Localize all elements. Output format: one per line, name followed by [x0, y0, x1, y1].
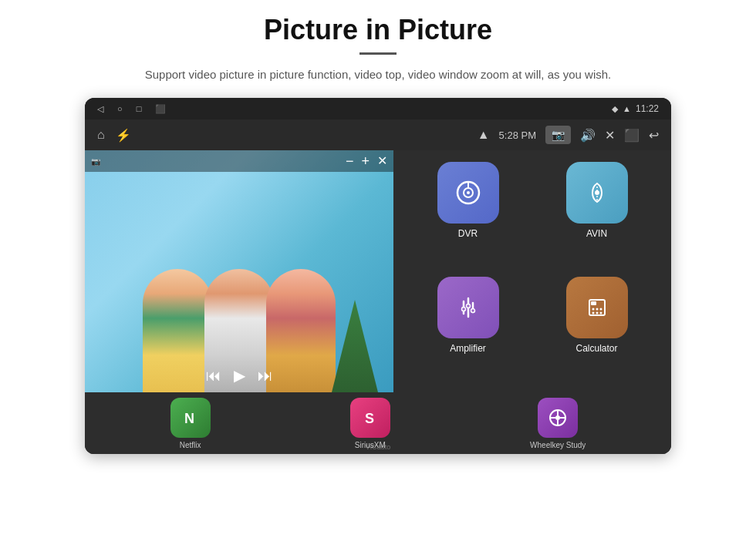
page-subtitle: Support video picture in picture functio…	[145, 66, 611, 84]
next-btn[interactable]: ⏭	[258, 367, 273, 385]
pip-video: 📷 − + ✕	[85, 150, 393, 392]
page-wrapper: Picture in Picture Support video picture…	[0, 0, 756, 538]
usb-icon[interactable]: ⚡	[116, 128, 131, 143]
status-time: 11:22	[636, 103, 659, 114]
dvr-label: DVR	[458, 228, 478, 239]
pip-icon[interactable]: ⬛	[624, 128, 640, 143]
recent-nav-icon[interactable]: □	[137, 104, 142, 113]
wifi-icon: ▲	[623, 104, 631, 113]
wheelkey-svg	[547, 407, 569, 429]
netflix-icon-bg: N	[170, 398, 211, 438]
pip-playback: ⏮ ▶ ⏭	[206, 366, 273, 385]
back-toolbar-icon[interactable]: ↩	[649, 128, 659, 143]
avin-svg	[583, 179, 611, 207]
location-icon: ◆	[612, 104, 618, 114]
calculator-label: Calculator	[575, 343, 617, 354]
netflix-label: Netflix	[180, 441, 201, 449]
app-dvr[interactable]: DVR	[409, 162, 527, 266]
svg-point-17	[592, 308, 594, 311]
pip-minus-btn[interactable]: −	[346, 154, 354, 168]
video-overlay-top: 📷 − + ✕	[85, 150, 393, 172]
volume-icon[interactable]: 🔊	[580, 128, 596, 143]
calculator-icon-bg	[566, 277, 628, 338]
sirius-svg: S	[359, 407, 381, 429]
netflix-svg: N	[180, 407, 201, 429]
camera-button[interactable]: 📷	[545, 126, 571, 144]
svg-rect-16	[591, 301, 596, 305]
svg-point-2	[467, 191, 470, 194]
svg-point-18	[596, 308, 598, 311]
app-calculator[interactable]: Calculator	[538, 277, 656, 381]
dvr-icon-bg	[437, 162, 499, 224]
pip-container[interactable]: 📷 − + ✕	[85, 150, 393, 392]
calculator-svg	[583, 294, 611, 321]
main-content: 📷 − + ✕	[85, 150, 671, 454]
toolbar-time: 5:28 PM	[499, 129, 536, 141]
person-1	[143, 269, 212, 392]
device-frame: ◁ ○ □ ⬛ ◆ ▲ 11:22 ⌂ ⚡ ▲ 5:28 PM 📷 🔊	[85, 98, 671, 454]
title-divider	[359, 52, 397, 55]
svg-point-26	[555, 415, 560, 420]
wifi-toolbar-icon: ▲	[478, 128, 490, 142]
page-title: Picture in Picture	[264, 14, 492, 46]
status-bar-nav: ◁ ○ □ ⬛	[97, 104, 166, 114]
prev-btn[interactable]: ⏮	[206, 367, 221, 385]
home-nav-icon[interactable]: ○	[117, 104, 123, 113]
avin-label: AVIN	[586, 228, 607, 239]
avin-icon-bg	[566, 162, 628, 224]
app-siriusxm[interactable]: S SiriusXM	[350, 398, 390, 449]
app-avin[interactable]: AVIN	[538, 162, 656, 266]
amplifier-svg	[454, 294, 482, 321]
app-grid: DVR AVIN	[393, 150, 671, 392]
app-netflix[interactable]: N Netflix	[170, 398, 211, 449]
back-nav-icon[interactable]: ◁	[97, 104, 103, 114]
svg-text:S: S	[365, 411, 374, 426]
app-grid-area: 📷 − + ✕	[85, 150, 671, 392]
status-bar: ◁ ○ □ ⬛ ◆ ▲ 11:22	[85, 98, 671, 119]
wheelkey-label: Wheelkey Study	[530, 441, 586, 449]
amplifier-icon-bg	[437, 277, 499, 338]
watermark: VICauto	[366, 443, 391, 451]
screenshot-nav-icon[interactable]: ⬛	[155, 104, 166, 114]
svg-point-21	[596, 312, 598, 314]
amplifier-label: Amplifier	[450, 343, 486, 354]
svg-text:N: N	[184, 411, 194, 426]
svg-point-20	[592, 312, 594, 314]
app-amplifier[interactable]: Amplifier	[409, 277, 527, 381]
video-record-icon: 📷	[91, 157, 100, 166]
home-icon[interactable]: ⌂	[97, 128, 105, 142]
pip-plus-btn[interactable]: +	[361, 154, 370, 168]
wheelkey-icon-bg	[538, 398, 578, 438]
play-btn[interactable]: ▶	[234, 366, 245, 385]
pip-controls: − + ✕	[346, 153, 387, 168]
dvr-svg	[454, 179, 482, 207]
pip-close-btn[interactable]: ✕	[377, 153, 387, 168]
svg-point-22	[599, 312, 602, 314]
toolbar-left: ⌂ ⚡	[97, 128, 131, 143]
svg-point-19	[599, 308, 602, 311]
status-bar-right: ◆ ▲ 11:22	[612, 103, 659, 114]
toolbar-bar: ⌂ ⚡ ▲ 5:28 PM 📷 🔊 ✕ ⬛ ↩	[85, 119, 671, 150]
app-wheelkey[interactable]: Wheelkey Study	[530, 398, 586, 449]
sirius-icon-bg: S	[350, 398, 390, 438]
person-3	[266, 269, 336, 392]
close-icon[interactable]: ✕	[605, 128, 615, 143]
toolbar-right: ▲ 5:28 PM 📷 🔊 ✕ ⬛ ↩	[478, 126, 659, 144]
